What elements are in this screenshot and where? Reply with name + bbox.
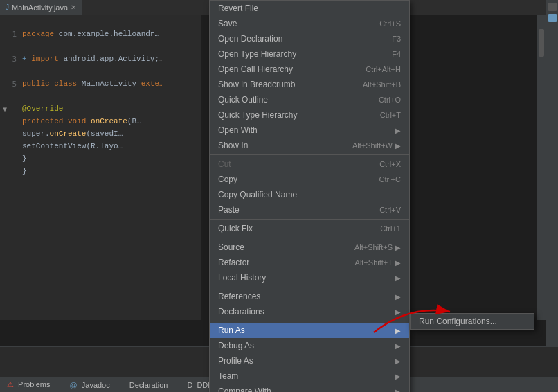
menu-item-label-quick-type-hierarchy: Quick Type Hierarchy bbox=[218, 110, 369, 120]
menu-item-shortcut-open-call-hierarchy: Ctrl+Alt+H bbox=[366, 65, 401, 73]
menu-item-quick-type-hierarchy[interactable]: Quick Type HierarchyCtrl+T bbox=[210, 107, 409, 123]
menu-item-label-show-in: Show In bbox=[218, 141, 341, 150]
submenu-arrow-declarations: ▶ bbox=[395, 308, 401, 316]
menu-item-open-declaration[interactable]: Open DeclarationF3 bbox=[210, 31, 409, 46]
menu-item-shortcut-paste: Ctrl+V bbox=[379, 206, 401, 214]
code-line-10: super.onCreate(savedI… bbox=[0, 127, 201, 140]
submenu-arrow-show-in: ▶ bbox=[395, 142, 401, 150]
problems-tab[interactable]: ⚠ Problems bbox=[3, 379, 55, 391]
code-line-4: 3 + import android.app.Activity;… bbox=[0, 53, 201, 65]
submenu-arrow-debug-as: ▶ bbox=[395, 342, 401, 350]
code-line-2: 1 package com.example.helloandr… bbox=[0, 28, 201, 40]
submenu-item-label-run-configurations: Run Configurations... bbox=[419, 317, 525, 326]
menu-item-open-with[interactable]: Open With▶ bbox=[210, 123, 409, 138]
code-line-5 bbox=[0, 65, 201, 78]
menu-item-label-save: Save bbox=[218, 19, 368, 28]
code-area: 1 package com.example.helloandr… 3 + imp… bbox=[0, 15, 201, 320]
menu-item-shortcut-open-declaration: F3 bbox=[392, 35, 401, 43]
code-line-6: 5 public class MainActivity exte… bbox=[0, 78, 201, 90]
menu-item-label-refactor: Refactor bbox=[218, 258, 344, 267]
menu-item-label-cut: Cut bbox=[218, 159, 368, 169]
menu-item-revert-file[interactable]: Revert File bbox=[210, 1, 409, 16]
menu-separator bbox=[210, 154, 409, 155]
code-line-13: } bbox=[0, 165, 201, 177]
menu-item-open-call-hierarchy[interactable]: Open Call HierarchyCtrl+Alt+H bbox=[210, 62, 409, 77]
menu-item-shortcut-quick-outline: Ctrl+O bbox=[379, 96, 401, 104]
run-as-submenu: Run Configurations... bbox=[410, 313, 534, 330]
menu-item-label-copy: Copy bbox=[218, 175, 368, 184]
menu-item-save[interactable]: SaveCtrl+S bbox=[210, 16, 409, 31]
menu-item-profile-as[interactable]: Profile As▶ bbox=[210, 353, 409, 368]
menu-item-label-team: Team bbox=[218, 371, 393, 381]
menu-item-label-copy-qualified-name: Copy Qualified Name bbox=[218, 190, 401, 199]
submenu-arrow-references: ▶ bbox=[395, 293, 401, 301]
code-line-1 bbox=[0, 15, 201, 28]
menu-item-run-as[interactable]: Run As▶ bbox=[210, 323, 409, 338]
submenu-arrow-refactor: ▶ bbox=[395, 259, 401, 267]
code-line-7 bbox=[0, 90, 201, 103]
java-file-icon: J bbox=[6, 3, 9, 11]
scroll-thumb[interactable] bbox=[539, 29, 544, 57]
menu-item-copy-qualified-name[interactable]: Copy Qualified Name bbox=[210, 187, 409, 202]
menu-item-shortcut-cut: Ctrl+X bbox=[379, 160, 401, 168]
menu-item-label-profile-as: Profile As bbox=[218, 356, 393, 366]
menu-item-shortcut-save: Ctrl+S bbox=[379, 19, 401, 28]
declaration-tab[interactable]: Declaration bbox=[125, 380, 172, 391]
menu-item-team[interactable]: Team▶ bbox=[210, 368, 409, 384]
menu-item-local-history[interactable]: Local History▶ bbox=[210, 270, 409, 285]
menu-item-show-breadcrumb[interactable]: Show in BreadcrumbAlt+Shift+B bbox=[210, 77, 409, 92]
menu-item-debug-as[interactable]: Debug As▶ bbox=[210, 338, 409, 353]
menu-separator bbox=[210, 219, 409, 220]
menu-separator bbox=[210, 287, 409, 287]
submenu-arrow-source: ▶ bbox=[395, 244, 401, 251]
menu-item-shortcut-refactor: Alt+Shift+T bbox=[355, 258, 393, 267]
submenu-item-run-configurations[interactable]: Run Configurations... bbox=[411, 314, 534, 329]
menu-item-show-in[interactable]: Show InAlt+Shift+W▶ bbox=[210, 138, 409, 153]
context-menu: Revert FileSaveCtrl+SOpen DeclarationF3O… bbox=[209, 0, 410, 392]
menu-item-quick-fix[interactable]: Quick FixCtrl+1 bbox=[210, 221, 409, 236]
code-line-11: setContentView(R.layo… bbox=[0, 140, 201, 152]
code-line-12: } bbox=[0, 152, 201, 165]
collapse-marker[interactable]: ▼ bbox=[3, 105, 7, 113]
menu-item-refactor[interactable]: RefactorAlt+Shift+T▶ bbox=[210, 255, 409, 270]
menu-item-declarations[interactable]: Declarations▶ bbox=[210, 304, 409, 319]
menu-item-shortcut-copy: Ctrl+C bbox=[379, 175, 401, 184]
tab-close-icon[interactable]: ✕ bbox=[71, 3, 76, 11]
menu-item-label-open-declaration: Open Declaration bbox=[218, 34, 381, 44]
submenu-arrow-run-as: ▶ bbox=[395, 327, 401, 335]
menu-item-label-paste: Paste bbox=[218, 205, 368, 215]
code-line-9: protected void onCreate(B… bbox=[0, 115, 201, 127]
menu-separator bbox=[210, 238, 409, 238]
menu-item-paste[interactable]: PasteCtrl+V bbox=[210, 202, 409, 217]
menu-item-label-compare-with: Compare With bbox=[218, 386, 393, 392]
menu-separator bbox=[210, 321, 409, 321]
menu-item-references[interactable]: References▶ bbox=[210, 289, 409, 304]
menu-item-shortcut-quick-type-hierarchy: Ctrl+T bbox=[380, 111, 401, 119]
menu-item-source[interactable]: SourceAlt+Shift+S▶ bbox=[210, 240, 409, 255]
menu-item-quick-outline[interactable]: Quick OutlineCtrl+O bbox=[210, 92, 409, 107]
menu-item-open-type-hierarchy[interactable]: Open Type HierarchyF4 bbox=[210, 46, 409, 62]
menu-item-shortcut-quick-fix: Ctrl+1 bbox=[380, 224, 401, 233]
menu-item-label-revert-file: Revert File bbox=[218, 3, 401, 13]
code-scrollbar[interactable] bbox=[537, 15, 546, 320]
javadoc-tab[interactable]: @ Javadoc bbox=[66, 380, 114, 391]
menu-item-label-open-with: Open With bbox=[218, 125, 393, 135]
problems-icon: ⚠ bbox=[7, 380, 14, 389]
menu-item-shortcut-show-breadcrumb: Alt+Shift+B bbox=[363, 80, 401, 89]
ddms-icon: D bbox=[187, 381, 192, 389]
right-panel bbox=[546, 0, 558, 392]
submenu-arrow-open-with: ▶ bbox=[395, 127, 401, 134]
submenu-arrow-profile-as: ▶ bbox=[395, 357, 401, 365]
code-line-3 bbox=[0, 40, 201, 53]
menu-item-cut[interactable]: CutCtrl+X bbox=[210, 157, 409, 172]
menu-item-label-open-call-hierarchy: Open Call Hierarchy bbox=[218, 64, 354, 74]
menu-item-compare-with[interactable]: Compare With▶ bbox=[210, 384, 409, 392]
tab-label: MainActivity.java bbox=[12, 3, 68, 12]
menu-item-label-references: References bbox=[218, 292, 393, 301]
menu-item-label-declarations: Declarations bbox=[218, 307, 393, 317]
menu-item-shortcut-open-type-hierarchy: F4 bbox=[392, 50, 401, 58]
submenu-arrow-local-history: ▶ bbox=[395, 274, 401, 282]
menu-item-copy[interactable]: CopyCtrl+C bbox=[210, 172, 409, 187]
submenu-arrow-team: ▶ bbox=[395, 373, 401, 380]
editor-tab[interactable]: J MainActivity.java ✕ bbox=[0, 0, 82, 15]
